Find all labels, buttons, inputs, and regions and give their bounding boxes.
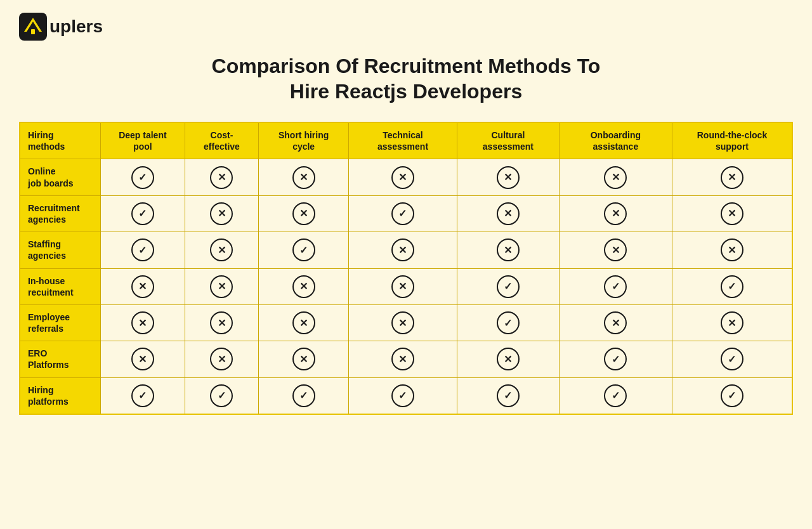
cross-icon: ✕: [604, 238, 627, 261]
cross-icon: ✕: [210, 311, 233, 334]
cross-icon: ✕: [721, 166, 743, 189]
check-icon: ✓: [292, 238, 315, 261]
icon-cell: ✕: [457, 159, 560, 195]
icon-cell: ✕: [185, 341, 259, 377]
icon-cell: ✕: [185, 232, 259, 268]
logo-text: uplers: [49, 16, 103, 37]
table-row: Hiringplatforms✓✓✓✓✓✓✓: [20, 377, 792, 414]
check-icon: ✓: [497, 275, 520, 298]
cross-icon: ✕: [210, 166, 233, 189]
check-icon: ✓: [604, 348, 627, 370]
table-row: Staffingagencies✓✕✓✕✕✕✕: [20, 232, 792, 268]
check-icon: ✓: [131, 384, 154, 407]
icon-cell: ✕: [672, 159, 792, 195]
col-header-talent: Deep talent pool: [101, 122, 185, 159]
icon-cell: ✕: [348, 268, 457, 304]
icon-cell: ✕: [559, 304, 672, 341]
col-header-cost: Cost-effective: [185, 122, 259, 159]
check-icon: ✓: [131, 238, 154, 261]
icon-cell: ✓: [101, 159, 185, 195]
cross-icon: ✕: [721, 238, 743, 261]
icon-cell: ✕: [259, 268, 349, 304]
method-name-cell: Recruitmentagencies: [20, 195, 101, 232]
cross-icon: ✕: [721, 311, 743, 334]
cross-icon: ✕: [391, 166, 414, 189]
cross-icon: ✕: [604, 166, 627, 189]
icon-cell: ✓: [672, 341, 792, 377]
cross-icon: ✕: [210, 238, 233, 261]
icon-cell: ✕: [259, 159, 349, 195]
cross-icon: ✕: [391, 311, 414, 334]
col-header-hiring: Short hiring cycle: [259, 122, 349, 159]
icon-cell: ✕: [672, 232, 792, 268]
icon-cell: ✓: [259, 377, 349, 414]
table-row: Employeereferrals✕✕✕✕✓✕✕: [20, 304, 792, 341]
cross-icon: ✕: [497, 202, 520, 225]
cross-icon: ✕: [210, 348, 233, 370]
check-icon: ✓: [210, 384, 233, 407]
icon-cell: ✕: [672, 304, 792, 341]
table-row: Onlinejob boards✓✕✕✕✕✕✕: [20, 159, 792, 195]
icon-cell: ✕: [259, 195, 349, 232]
cross-icon: ✕: [604, 202, 627, 225]
logo-area: uplers: [19, 13, 103, 41]
col-header-technical: Technical assessment: [348, 122, 457, 159]
icon-cell: ✓: [101, 377, 185, 414]
icon-cell: ✕: [259, 341, 349, 377]
cross-icon: ✕: [210, 275, 233, 298]
check-icon: ✓: [604, 384, 627, 407]
icon-cell: ✕: [185, 268, 259, 304]
icon-cell: ✓: [348, 377, 457, 414]
table-header-row: Hiring methods Deep talent pool Cost-eff…: [20, 122, 792, 159]
cross-icon: ✕: [391, 275, 414, 298]
table-row: In-houserecuitment✕✕✕✕✓✓✓: [20, 268, 792, 304]
cross-icon: ✕: [131, 275, 154, 298]
icon-cell: ✓: [559, 341, 672, 377]
cross-icon: ✕: [292, 275, 315, 298]
cross-icon: ✕: [131, 311, 154, 334]
icon-cell: ✕: [457, 341, 560, 377]
icon-cell: ✓: [672, 377, 792, 414]
icon-cell: ✕: [259, 304, 349, 341]
cross-icon: ✕: [497, 348, 520, 370]
icon-cell: ✓: [101, 232, 185, 268]
cross-icon: ✕: [292, 202, 315, 225]
cross-icon: ✕: [604, 311, 627, 334]
method-name-cell: EROPlatforms: [20, 341, 101, 377]
icon-cell: ✕: [672, 195, 792, 232]
comparison-table: Hiring methods Deep talent pool Cost-eff…: [19, 122, 793, 415]
icon-cell: ✕: [348, 232, 457, 268]
method-name-cell: Employeereferrals: [20, 304, 101, 341]
icon-cell: ✓: [259, 232, 349, 268]
icon-cell: ✕: [185, 159, 259, 195]
table-row: Recruitmentagencies✓✕✕✓✕✕✕: [20, 195, 792, 232]
icon-cell: ✕: [101, 341, 185, 377]
icon-cell: ✕: [101, 304, 185, 341]
col-header-method: Hiring methods: [20, 122, 101, 159]
cross-icon: ✕: [210, 202, 233, 225]
col-header-support: Round-the-clock support: [672, 122, 792, 159]
icon-cell: ✕: [185, 304, 259, 341]
icon-cell: ✕: [348, 341, 457, 377]
icon-cell: ✕: [559, 159, 672, 195]
icon-cell: ✕: [101, 268, 185, 304]
method-name-cell: Hiringplatforms: [20, 377, 101, 414]
check-icon: ✓: [721, 384, 743, 407]
table-row: EROPlatforms✕✕✕✕✕✓✓: [20, 341, 792, 377]
icon-cell: ✓: [457, 304, 560, 341]
icon-cell: ✓: [101, 195, 185, 232]
icon-cell: ✓: [559, 377, 672, 414]
icon-cell: ✕: [559, 195, 672, 232]
icon-cell: ✕: [559, 232, 672, 268]
col-header-cultural: Cultural assessment: [457, 122, 560, 159]
check-icon: ✓: [131, 166, 154, 189]
svg-rect-3: [31, 29, 35, 34]
method-name-cell: Onlinejob boards: [20, 159, 101, 195]
icon-cell: ✓: [457, 268, 560, 304]
check-icon: ✓: [721, 275, 743, 298]
cross-icon: ✕: [391, 348, 414, 370]
icon-cell: ✕: [185, 195, 259, 232]
col-header-onboarding: Onboarding assistance: [559, 122, 672, 159]
icon-cell: ✓: [348, 195, 457, 232]
cross-icon: ✕: [292, 348, 315, 370]
